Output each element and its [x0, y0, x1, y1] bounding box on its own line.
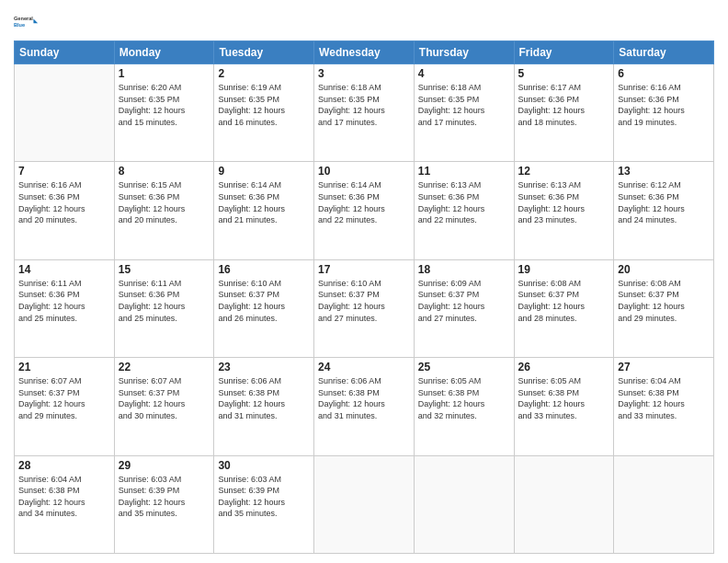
- calendar-cell: 24Sunrise: 6:06 AMSunset: 6:38 PMDayligh…: [314, 358, 415, 455]
- header: GeneralBlue: [14, 9, 714, 35]
- cell-info: Sunrise: 6:17 AMSunset: 6:36 PMDaylight:…: [518, 82, 610, 128]
- day-number: 17: [318, 263, 410, 276]
- day-number: 4: [418, 67, 510, 80]
- calendar-cell: 21Sunrise: 6:07 AMSunset: 6:37 PMDayligh…: [15, 358, 115, 455]
- cell-info: Sunrise: 6:11 AMSunset: 6:36 PMDaylight:…: [18, 278, 110, 324]
- day-number: 30: [218, 459, 310, 472]
- day-number: 6: [618, 67, 710, 80]
- calendar-cell: 14Sunrise: 6:11 AMSunset: 6:36 PMDayligh…: [15, 259, 115, 357]
- svg-text:Blue: Blue: [14, 22, 25, 28]
- day-number: 11: [418, 165, 510, 178]
- day-number: 14: [18, 263, 110, 276]
- calendar-cell: [514, 455, 614, 553]
- cell-info: Sunrise: 6:14 AMSunset: 6:36 PMDaylight:…: [218, 179, 310, 225]
- cell-info: Sunrise: 6:07 AMSunset: 6:37 PMDaylight:…: [119, 375, 210, 421]
- cell-info: Sunrise: 6:07 AMSunset: 6:37 PMDaylight:…: [18, 375, 110, 421]
- day-number: 7: [18, 165, 110, 178]
- day-number: 12: [518, 165, 610, 178]
- cell-info: Sunrise: 6:10 AMSunset: 6:37 PMDaylight:…: [318, 278, 410, 324]
- calendar-cell: 27Sunrise: 6:04 AMSunset: 6:38 PMDayligh…: [614, 358, 714, 455]
- day-number: 13: [618, 165, 710, 178]
- calendar-header-thursday: Thursday: [414, 41, 514, 64]
- cell-info: Sunrise: 6:16 AMSunset: 6:36 PMDaylight:…: [18, 179, 110, 225]
- cell-info: Sunrise: 6:19 AMSunset: 6:35 PMDaylight:…: [218, 82, 310, 128]
- calendar-cell: 1Sunrise: 6:20 AMSunset: 6:35 PMDaylight…: [114, 64, 214, 162]
- day-number: 21: [18, 361, 110, 373]
- calendar-cell: 25Sunrise: 6:05 AMSunset: 6:38 PMDayligh…: [414, 358, 514, 455]
- calendar-cell: 12Sunrise: 6:13 AMSunset: 6:36 PMDayligh…: [514, 162, 614, 259]
- day-number: 23: [218, 361, 310, 373]
- calendar-cell: 4Sunrise: 6:18 AMSunset: 6:35 PMDaylight…: [414, 64, 514, 162]
- cell-info: Sunrise: 6:06 AMSunset: 6:38 PMDaylight:…: [218, 375, 310, 421]
- day-number: 15: [119, 263, 210, 276]
- calendar-week-1: 1Sunrise: 6:20 AMSunset: 6:35 PMDaylight…: [15, 64, 714, 162]
- calendar-cell: 30Sunrise: 6:03 AMSunset: 6:39 PMDayligh…: [214, 455, 314, 553]
- day-number: 27: [618, 361, 710, 373]
- calendar-cell: [414, 455, 514, 553]
- calendar-header-sunday: Sunday: [15, 41, 115, 64]
- day-number: 20: [618, 263, 710, 276]
- calendar-header-wednesday: Wednesday: [314, 41, 415, 64]
- cell-info: Sunrise: 6:13 AMSunset: 6:36 PMDaylight:…: [418, 179, 510, 225]
- calendar-cell: 22Sunrise: 6:07 AMSunset: 6:37 PMDayligh…: [114, 358, 214, 455]
- cell-info: Sunrise: 6:08 AMSunset: 6:37 PMDaylight:…: [618, 278, 710, 324]
- cell-info: Sunrise: 6:03 AMSunset: 6:39 PMDaylight:…: [119, 474, 210, 520]
- calendar-cell: 2Sunrise: 6:19 AMSunset: 6:35 PMDaylight…: [214, 64, 314, 162]
- calendar-week-3: 14Sunrise: 6:11 AMSunset: 6:36 PMDayligh…: [15, 259, 714, 357]
- cell-info: Sunrise: 6:06 AMSunset: 6:38 PMDaylight:…: [318, 375, 410, 421]
- calendar-cell: 8Sunrise: 6:15 AMSunset: 6:36 PMDaylight…: [114, 162, 214, 259]
- calendar-cell: 18Sunrise: 6:09 AMSunset: 6:37 PMDayligh…: [414, 259, 514, 357]
- cell-info: Sunrise: 6:05 AMSunset: 6:38 PMDaylight:…: [518, 375, 610, 421]
- calendar-cell: 10Sunrise: 6:14 AMSunset: 6:36 PMDayligh…: [314, 162, 415, 259]
- cell-info: Sunrise: 6:13 AMSunset: 6:36 PMDaylight:…: [518, 179, 610, 225]
- cell-info: Sunrise: 6:05 AMSunset: 6:38 PMDaylight:…: [418, 375, 510, 421]
- day-number: 26: [518, 361, 610, 373]
- day-number: 22: [119, 361, 210, 373]
- day-number: 19: [518, 263, 610, 276]
- calendar-cell: 20Sunrise: 6:08 AMSunset: 6:37 PMDayligh…: [614, 259, 714, 357]
- calendar-header-saturday: Saturday: [614, 41, 714, 64]
- calendar-cell: 9Sunrise: 6:14 AMSunset: 6:36 PMDaylight…: [214, 162, 314, 259]
- day-number: 2: [218, 67, 310, 80]
- cell-info: Sunrise: 6:04 AMSunset: 6:38 PMDaylight:…: [618, 375, 710, 421]
- calendar-cell: 28Sunrise: 6:04 AMSunset: 6:38 PMDayligh…: [15, 455, 115, 553]
- logo: GeneralBlue: [14, 9, 40, 35]
- calendar-week-5: 28Sunrise: 6:04 AMSunset: 6:38 PMDayligh…: [15, 455, 714, 553]
- cell-info: Sunrise: 6:03 AMSunset: 6:39 PMDaylight:…: [218, 474, 310, 520]
- calendar-cell: 29Sunrise: 6:03 AMSunset: 6:39 PMDayligh…: [114, 455, 214, 553]
- svg-text:General: General: [14, 16, 33, 21]
- calendar-header-monday: Monday: [114, 41, 214, 64]
- day-number: 18: [418, 263, 510, 276]
- calendar-cell: 11Sunrise: 6:13 AMSunset: 6:36 PMDayligh…: [414, 162, 514, 259]
- day-number: 25: [418, 361, 510, 373]
- calendar-cell: 26Sunrise: 6:05 AMSunset: 6:38 PMDayligh…: [514, 358, 614, 455]
- cell-info: Sunrise: 6:10 AMSunset: 6:37 PMDaylight:…: [218, 278, 310, 324]
- cell-info: Sunrise: 6:18 AMSunset: 6:35 PMDaylight:…: [418, 82, 510, 128]
- cell-info: Sunrise: 6:18 AMSunset: 6:35 PMDaylight:…: [318, 82, 410, 128]
- calendar-cell: 7Sunrise: 6:16 AMSunset: 6:36 PMDaylight…: [15, 162, 115, 259]
- cell-info: Sunrise: 6:04 AMSunset: 6:38 PMDaylight:…: [18, 474, 110, 520]
- calendar-table: SundayMondayTuesdayWednesdayThursdayFrid…: [14, 40, 714, 554]
- calendar-cell: 15Sunrise: 6:11 AMSunset: 6:36 PMDayligh…: [114, 259, 214, 357]
- cell-info: Sunrise: 6:20 AMSunset: 6:35 PMDaylight:…: [119, 82, 210, 128]
- logo-icon: GeneralBlue: [14, 9, 40, 35]
- day-number: 5: [518, 67, 610, 80]
- cell-info: Sunrise: 6:16 AMSunset: 6:36 PMDaylight:…: [618, 82, 710, 128]
- cell-info: Sunrise: 6:09 AMSunset: 6:37 PMDaylight:…: [418, 278, 510, 324]
- day-number: 24: [318, 361, 410, 373]
- cell-info: Sunrise: 6:14 AMSunset: 6:36 PMDaylight:…: [318, 179, 410, 225]
- day-number: 9: [218, 165, 310, 178]
- calendar-cell: 5Sunrise: 6:17 AMSunset: 6:36 PMDaylight…: [514, 64, 614, 162]
- calendar-week-2: 7Sunrise: 6:16 AMSunset: 6:36 PMDaylight…: [15, 162, 714, 259]
- calendar-cell: 6Sunrise: 6:16 AMSunset: 6:36 PMDaylight…: [614, 64, 714, 162]
- calendar-cell: [614, 455, 714, 553]
- day-number: 3: [318, 67, 410, 80]
- calendar-cell: 17Sunrise: 6:10 AMSunset: 6:37 PMDayligh…: [314, 259, 415, 357]
- cell-info: Sunrise: 6:08 AMSunset: 6:37 PMDaylight:…: [518, 278, 610, 324]
- day-number: 10: [318, 165, 410, 178]
- cell-info: Sunrise: 6:12 AMSunset: 6:36 PMDaylight:…: [618, 179, 710, 225]
- day-number: 16: [218, 263, 310, 276]
- calendar-cell: [314, 455, 415, 553]
- day-number: 29: [119, 459, 210, 472]
- calendar-cell: 3Sunrise: 6:18 AMSunset: 6:35 PMDaylight…: [314, 64, 415, 162]
